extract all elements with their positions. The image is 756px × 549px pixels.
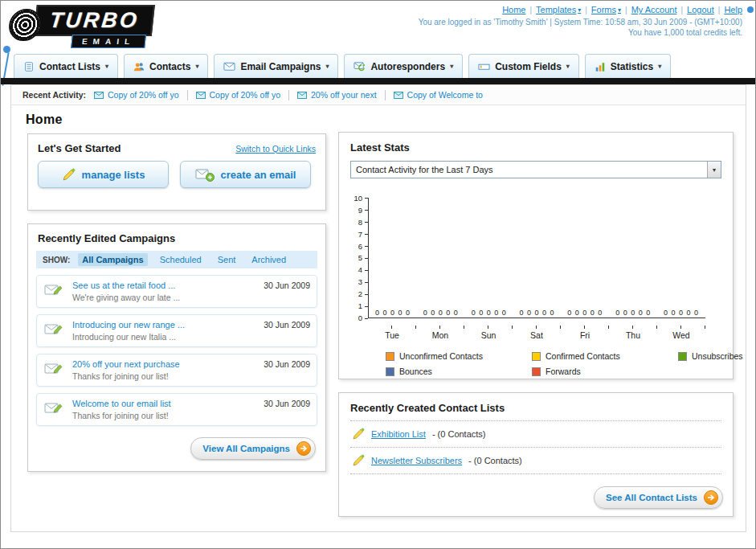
turbo-email-logo[interactable]: TURBO EMAIL: [6, 5, 155, 48]
stats-period-select[interactable]: Contact Activity for the Last 7 Days: [350, 161, 721, 178]
filter-all-campaigns[interactable]: All Campaigns: [78, 253, 147, 266]
y-tick-label: 3: [350, 277, 362, 286]
legend-item-forwards: Forwards: [532, 367, 675, 376]
filter-scheduled[interactable]: Scheduled: [156, 253, 206, 266]
chart-y-axis: 10 9 8 7 6 5 4 3 2 1 0: [350, 194, 365, 322]
tab-label: Email Campaigns: [240, 61, 321, 72]
y-tick-label: 10: [350, 194, 362, 203]
recent-activity-item[interactable]: Copy of 20% off yo: [196, 90, 281, 100]
campaign-row[interactable]: Welcome to our email list Thanks for joi…: [36, 393, 317, 426]
manage-lists-button[interactable]: manage lists: [38, 161, 169, 188]
main-navigation: Contact Lists Contacts Email Campaigns A…: [14, 54, 671, 78]
contact-list-item[interactable]: Exhibition List - (0 Contacts): [350, 421, 721, 448]
contact-activity-chart: 10 9 8 7 6 5 4 3 2 1 0 0 0 0 0 0 0 0 0 0…: [350, 198, 721, 322]
create-email-label: create an email: [221, 169, 296, 181]
filter-sent[interactable]: Sent: [214, 253, 240, 266]
x-axis-ticks: [368, 326, 705, 329]
see-all-contact-lists-label: See All Contact Lists: [606, 493, 697, 502]
utility-nav: Home Templates Forms My Account Logout H…: [419, 5, 742, 14]
legend-swatch-blue: [386, 367, 394, 376]
contact-list-link[interactable]: Exhibition List: [371, 429, 426, 439]
logo-text-turbo: TURBO: [34, 5, 155, 36]
tab-label: Statistics: [611, 61, 653, 72]
legend-item-unconfirmed: Unconfirmed Contacts: [386, 351, 529, 361]
campaign-title: 20% off your next purchase: [72, 359, 257, 369]
pencil-icon: [62, 168, 76, 182]
nav-link-label: Forms: [591, 5, 616, 14]
pencil-icon: [352, 428, 365, 440]
chevron-down-icon: [450, 63, 453, 70]
recent-activity-item[interactable]: 20% off your next: [297, 90, 377, 100]
divider: [529, 5, 532, 14]
campaign-row[interactable]: 20% off your next purchase Thanks for jo…: [36, 354, 317, 387]
nav-link-home[interactable]: Home: [502, 5, 525, 14]
chevron-down-icon: [195, 63, 198, 70]
legend-swatch-orange: [386, 352, 394, 361]
recent-activity-item[interactable]: Copy of Welcome to: [394, 90, 483, 100]
y-tick-label: 2: [350, 289, 362, 298]
campaign-row[interactable]: See us at the retail food ... We're givi…: [36, 275, 317, 308]
tab-custom-fields[interactable]: Custom Fields: [468, 54, 579, 78]
chart-day-group: 0 0 0 0 0: [417, 309, 465, 318]
chart-day-group: 0 0 0 0 0: [465, 309, 513, 318]
email-edit-icon: [43, 359, 66, 377]
legend-item-unsubscribes: Unsubscribes: [678, 351, 743, 361]
view-all-campaigns-button[interactable]: View All Campaigns: [190, 437, 316, 460]
value-labels: 0 0 0 0 0: [567, 309, 603, 317]
chart-plot-area: 0 0 0 0 0 0 0 0 0 0 0 0 0 0 0 0 0 0 0 0 …: [368, 198, 705, 318]
chart-x-axis: Tue Mon Sun Sat Fri Thu Wed: [368, 330, 705, 340]
tab-label: Autoresponders: [370, 61, 445, 72]
tab-label: Contact Lists: [39, 61, 100, 72]
campaign-title: Welcome to our email list: [72, 399, 257, 408]
nav-link-forms[interactable]: Forms: [591, 5, 621, 14]
arrow-right-icon: [704, 490, 718, 505]
divider: [625, 5, 627, 14]
logo-text-email: EMAIL: [71, 35, 146, 48]
recent-activity-item[interactable]: Copy of 20% off yo: [94, 90, 179, 100]
contact-list-link[interactable]: Newsletter Subscribers: [371, 456, 462, 465]
tab-label: Custom Fields: [495, 61, 562, 72]
y-tick-label: 7: [350, 230, 362, 239]
nav-link-logout[interactable]: Logout: [687, 5, 714, 14]
divider: [718, 5, 721, 14]
tab-autoresponders[interactable]: Autoresponders: [344, 54, 463, 78]
campaign-subtitle: Thanks for joining our list!: [72, 371, 257, 381]
legend-label: Forwards: [546, 367, 581, 376]
get-started-title: Let's Get Started: [38, 142, 121, 154]
tab-email-campaigns[interactable]: Email Campaigns: [214, 54, 338, 78]
envelope-icon: [297, 92, 307, 99]
see-all-contact-lists-button[interactable]: See All Contact Lists: [594, 486, 723, 509]
campaign-row[interactable]: Introducing our new range ... Introducin…: [36, 314, 317, 347]
recent-activity-text: Copy of 20% off yo: [108, 90, 179, 100]
contact-lists-panel: Recently Created Contact Lists Exhibitio…: [338, 392, 734, 517]
nav-link-templates[interactable]: Templates: [536, 5, 581, 14]
latest-stats-title: Latest Stats: [339, 133, 733, 161]
create-email-button[interactable]: create an email: [180, 161, 311, 188]
recent-activity-text: Copy of 20% off yo: [210, 90, 281, 100]
value-labels: 0 0 0 0 0: [615, 309, 651, 317]
legend-item-confirmed: Confirmed Contacts: [532, 351, 675, 361]
header: TURBO EMAIL Home Templates Forms My Acco…: [1, 1, 755, 54]
contact-list-count: - (0 Contacts): [468, 456, 522, 465]
chevron-down-icon: [325, 63, 329, 70]
page-title: Home: [26, 113, 746, 127]
tab-statistics[interactable]: Statistics: [585, 54, 671, 78]
latest-stats-panel: Latest Stats Contact Activity for the La…: [338, 132, 734, 379]
nav-link-my-account[interactable]: My Account: [631, 5, 677, 14]
tab-contacts[interactable]: Contacts: [124, 54, 208, 78]
contact-list-item[interactable]: Newsletter Subscribers - (0 Contacts): [350, 448, 721, 474]
tab-contact-lists[interactable]: Contact Lists: [14, 54, 118, 78]
nav-link-help[interactable]: Help: [724, 5, 742, 14]
legend-label: Bounces: [399, 367, 432, 376]
x-tick-label: Mon: [416, 330, 464, 340]
autoresponders-icon: [353, 61, 366, 72]
switch-quick-links-link[interactable]: Switch to Quick Links: [235, 144, 316, 154]
x-tick-label: Tue: [368, 330, 416, 340]
y-tick-label: 8: [350, 218, 362, 227]
legend-swatch-green: [678, 352, 687, 361]
value-labels: 0 0 0 0 0: [519, 309, 554, 317]
chart-day-group: 0 0 0 0 0: [561, 309, 609, 318]
filter-archived[interactable]: Archived: [247, 253, 290, 266]
campaign-date: 30 Jun 2009: [264, 320, 310, 330]
pencil-icon: [352, 454, 365, 467]
